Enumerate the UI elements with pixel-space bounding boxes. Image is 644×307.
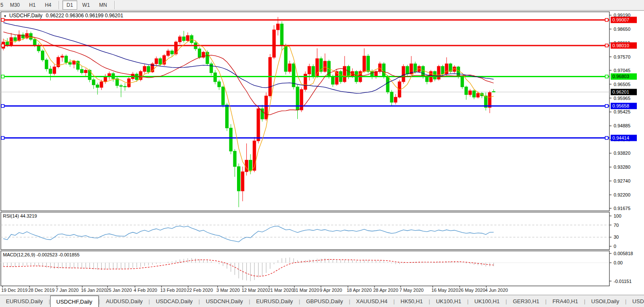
rsi-label: RSI(14) 44.3219 <box>3 213 37 218</box>
line-anchor[interactable] <box>1 19 4 22</box>
support-price-badge: 0.94414 <box>611 135 637 141</box>
price-axis-label: 0.92200 <box>614 192 631 197</box>
timeframe-button-mn[interactable]: MN <box>95 0 111 10</box>
date-label: 16 May 2020 <box>431 288 458 293</box>
chart-tab-eurusd-daily[interactable]: EURUSD,Daily <box>0 295 49 307</box>
date-label: 28 Apr 2020 <box>373 288 398 293</box>
price-axis-label: 0.93820 <box>614 151 631 156</box>
chart-tab-audusd-daily[interactable]: AUDUSD,Daily <box>100 295 148 307</box>
svg-text:0.95658: 0.95658 <box>612 103 629 108</box>
macd-axis-label: 0.005818 <box>614 251 633 256</box>
chart-title: ▼USDCHF,Daily0.96222 0.96306 0.96199 0.9… <box>3 13 123 19</box>
toolbar-separator <box>59 1 59 9</box>
macd-label: MACD(12,26,9) -0.002523 -0.001855 <box>3 252 80 257</box>
svg-text:0.94414: 0.94414 <box>612 135 629 140</box>
date-label: 16 Jan 2020 <box>81 288 107 293</box>
chart-tab-uk100-h1[interactable]: UK100,H1 <box>430 295 467 307</box>
price-axis-label: 0.93280 <box>614 164 631 170</box>
timeframe-button-h4[interactable]: H4 <box>40 0 55 10</box>
chart-area[interactable]: 0.991900.986500.981100.975700.970450.965… <box>0 0 644 295</box>
line-anchor[interactable] <box>1 105 4 108</box>
dropdown-icon: ▼ <box>3 14 7 18</box>
date-label: 28 Dec 2019 <box>28 288 54 293</box>
mt4-window: 0.991900.986500.981100.975700.970450.965… <box>0 0 644 307</box>
chart-tab-usoil-daily[interactable]: USOil,Daily <box>585 295 625 307</box>
svg-text:0.98010: 0.98010 <box>612 43 629 48</box>
rsi-axis-label: 70 <box>614 223 619 228</box>
price-axis-label: 0.96505 <box>614 82 631 87</box>
price-axis-label: 0.94885 <box>614 123 631 128</box>
toolbar-separator <box>114 1 115 9</box>
timeframe-button-5[interactable]: 5 <box>0 0 5 10</box>
chart-tab-uk100-h1[interactable]: UK100,H1 <box>469 295 506 307</box>
price-axis-label: 0.95965 <box>614 96 631 101</box>
chart-tab-hk50-h1[interactable]: HK50,H1 <box>395 295 429 307</box>
date-label: 18 Apr 2020 <box>347 288 372 293</box>
price-axis-label: 0.98650 <box>614 27 631 32</box>
macd-axis-label: -0.01151 <box>614 279 632 284</box>
timeframe-toolbar: 5M30H1H4D1W1MN <box>0 0 644 11</box>
price-axis-label: 0.97045 <box>614 68 631 73</box>
timeframe-button-d1[interactable]: D1 <box>62 0 77 10</box>
price-axis-label: 0.97570 <box>614 54 631 59</box>
resistance-price-badge: 0.98010 <box>611 42 637 48</box>
svg-text:0.96201: 0.96201 <box>612 89 629 94</box>
date-axis: 19 Dec 201928 Dec 20197 Jan 202016 Jan 2… <box>1 286 508 293</box>
date-label: 9 Apr 2020 <box>320 288 342 293</box>
rsi-axis-label: 100 <box>614 213 621 218</box>
chart-tabs-bar: EURUSD,Daily|USDCHF,Daily|AUDUSD,Daily|U… <box>0 295 644 307</box>
current-price-badge: 0.96201 <box>611 89 637 95</box>
chart-tab-usdchf-daily[interactable]: USDCHF,Daily <box>50 296 99 307</box>
date-label: 4 Feb 2020 <box>134 288 157 293</box>
timeframe-button-h1[interactable]: H1 <box>25 0 40 10</box>
line-anchor[interactable] <box>605 75 608 78</box>
date-label: 12 Mar 2020 <box>242 288 268 293</box>
price-axis-label: 0.92740 <box>614 178 631 183</box>
rsi-axis-label: 30 <box>614 234 619 240</box>
date-label: 7 Jan 2020 <box>56 288 78 293</box>
pivot-price-badge: 0.96803 <box>611 73 637 80</box>
date-label: 19 Dec 2019 <box>1 288 27 293</box>
rsi-panel <box>1 212 609 250</box>
date-label: 7 May 2020 <box>399 288 423 293</box>
chart-tab-xauusd-h4[interactable]: XAUUSD,H4 <box>350 295 393 307</box>
chart-tab-usdcnh-daily[interactable]: USDCNH,Daily <box>200 295 249 307</box>
rsi-axis-label: 0 <box>614 244 616 249</box>
line-anchor[interactable] <box>1 137 4 140</box>
chart-tab-usdjpy-h1[interactable]: USDJPY,H1 <box>626 295 644 307</box>
chart-tab-fra40-h1[interactable]: FRA40,H1 <box>547 295 584 307</box>
chart-tab-ger30-h1[interactable]: GER30,H1 <box>507 295 545 307</box>
date-label: 3 Mar 2020 <box>216 288 240 293</box>
chart-tab-usdcad-daily[interactable]: USDCAD,Daily <box>150 295 198 307</box>
date-label: 22 Feb 2020 <box>187 288 213 293</box>
line-anchor[interactable] <box>605 44 608 47</box>
support-price-badge: 0.95658 <box>611 103 637 109</box>
date-label: 13 Feb 2020 <box>160 288 186 293</box>
price-axis-label: 0.95425 <box>614 109 631 114</box>
line-anchor[interactable] <box>605 19 608 22</box>
date-label: 26 May 2020 <box>458 288 485 293</box>
timeframe-button-w1[interactable]: W1 <box>78 0 94 10</box>
line-anchor[interactable] <box>605 137 608 140</box>
date-label: 4 Jun 2020 <box>485 288 508 293</box>
svg-text:0.96803: 0.96803 <box>612 74 629 79</box>
main-panel <box>1 12 609 211</box>
svg-text:0.99007: 0.99007 <box>612 17 629 22</box>
resistance-price-badge: 0.99007 <box>611 17 637 23</box>
line-anchor[interactable] <box>1 44 4 47</box>
line-anchor[interactable] <box>1 75 4 78</box>
date-label: 31 Mar 2020 <box>293 288 319 293</box>
timeframe-button-m30[interactable]: M30 <box>6 0 24 10</box>
date-label: 21 Mar 2020 <box>268 288 294 293</box>
macd-axis-label: 0.00 <box>614 260 622 265</box>
chart-tab-eurusd-daily[interactable]: EURUSD,Daily <box>250 295 299 307</box>
date-label: 25 Jan 2020 <box>106 288 132 293</box>
line-anchor[interactable] <box>605 105 608 108</box>
price-axis-label: 0.91675 <box>614 206 631 211</box>
chart-tab-gbpusd-daily[interactable]: GBPUSD,Daily <box>300 295 349 307</box>
